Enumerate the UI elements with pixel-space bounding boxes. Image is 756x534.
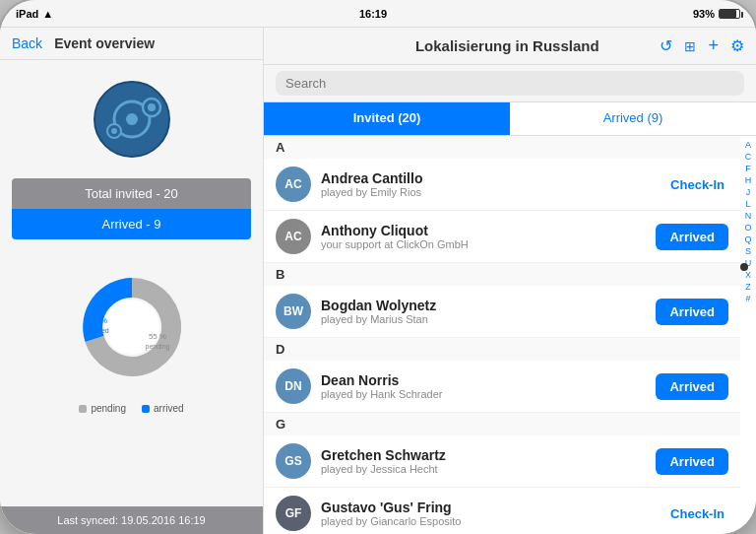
guest-name: Gustavo 'Gus' Fring [321,500,657,515]
svg-point-4 [148,103,156,111]
alpha-o[interactable]: O [744,223,751,233]
section-b: B [264,263,740,286]
svg-point-2 [126,113,138,125]
battery-percent: 93% [693,8,715,20]
arrived-button[interactable]: Arrived [656,224,728,250]
battery-icon [719,9,740,19]
guest-items: A AC Andrea Cantillo played by Emily Rio… [264,136,740,534]
svg-point-6 [111,128,117,134]
status-right: 93% [693,8,740,20]
status-left: iPad ▲ [16,8,53,20]
legend-arrived: arrived [142,403,184,414]
alpha-a[interactable]: A [745,140,751,150]
guest-sub: played by Giancarlo Esposito [321,515,657,527]
arrived-label: arrived [154,403,184,414]
avatar: DN [276,368,311,404]
guest-sub: played by Emily Rios [321,186,657,198]
guest-sub: played by Hank Schrader [321,388,646,400]
alpha-z[interactable]: Z [745,282,751,292]
legend-area: pending arrived [0,399,263,422]
total-invited: Total invited - 20 [12,178,251,209]
stats-area: Total invited - 20 Arrived - 9 [0,178,263,255]
left-header: Back Event overview [0,28,263,60]
table-row: AC Anthony Cliquot your support at Click… [264,211,740,263]
guest-info: Andrea Cantillo played by Emily Rios [321,170,657,198]
guest-info: Anthony Cliquot your support at ClickOn … [321,223,646,250]
alpha-x[interactable]: X [745,270,751,280]
avatar: AC [276,167,311,202]
alpha-index: A C F H J L N O Q S U X Z # [740,136,756,534]
event-logo [93,80,171,159]
section-d: D [264,338,740,361]
panel-title: Event overview [54,35,155,51]
pending-dot [79,405,87,413]
status-time: 16:19 [53,8,693,20]
add-icon[interactable]: + [708,35,719,56]
guest-sub: played by Marius Stan [321,313,646,325]
arrived-button[interactable]: Arrived [656,373,728,400]
svg-text:55 %: 55 % [148,332,165,341]
arrived-button[interactable]: Arrived [656,299,728,325]
device-label: iPad [16,8,38,20]
table-row: GF Gustavo 'Gus' Fring played by Giancar… [264,488,740,534]
left-panel: Back Event overview Total invited - 20 A… [0,28,264,534]
scroll-indicator [740,263,748,271]
table-row: AC Andrea Cantillo played by Emily Rios … [264,159,740,211]
grid-icon[interactable]: ⊞ [684,38,696,54]
right-panel: Lokalisierung in Russland ↺ ⊞ + ⚙ Invite… [264,28,756,534]
table-row: BW Bogdan Wolynetz played by Marius Stan… [264,286,740,338]
avatar: GS [276,443,311,479]
section-g: G [264,413,740,435]
table-row: GS Gretchen Schwartz played by Jessica H… [264,435,740,488]
guest-info: Dean Norris played by Hank Schrader [321,372,646,400]
alpha-hash[interactable]: # [745,294,750,303]
guest-name: Andrea Cantillo [321,170,657,186]
guest-info: Gustavo 'Gus' Fring played by Giancarlo … [321,500,657,527]
table-row: DN Dean Norris played by Hank Schrader A… [264,361,740,413]
checkin-button[interactable]: Check-In [666,501,728,527]
guest-info: Gretchen Schwartz played by Jessica Hech… [321,447,646,475]
right-header: Lokalisierung in Russland ↺ ⊞ + ⚙ [264,28,756,65]
svg-text:pending: pending [145,343,169,351]
header-icons: ↺ ⊞ + ⚙ [660,35,744,56]
alpha-f[interactable]: F [745,164,751,173]
checkin-button[interactable]: Check-In [666,171,728,198]
section-a: A [264,136,740,159]
search-input[interactable] [276,71,744,96]
ipad-frame: iPad ▲ 16:19 93% Back Event overview [0,0,756,534]
alpha-l[interactable]: L [745,199,750,209]
refresh-icon[interactable]: ↺ [660,36,672,55]
pending-label: pending [91,403,126,414]
arrived-button[interactable]: Arrived [656,448,728,475]
avatar: GF [276,496,311,531]
tab-bar: Invited (20) Arrived (9) [264,102,756,136]
svg-text:arrived: arrived [88,327,109,334]
alpha-n[interactable]: N [745,211,752,221]
guest-name: Bogdan Wolynetz [321,298,646,313]
avatar: BW [276,294,311,329]
alpha-c[interactable]: C [745,152,752,162]
status-bar: iPad ▲ 16:19 93% [0,0,756,28]
arrived-dot [142,405,150,413]
alpha-s[interactable]: S [745,246,751,256]
back-button[interactable]: Back [12,35,42,51]
guest-list: A AC Andrea Cantillo played by Emily Rio… [264,136,756,534]
guest-sub: played by Jessica Hecht [321,463,646,475]
guest-name: Anthony Cliquot [321,223,646,238]
guest-info: Bogdan Wolynetz played by Marius Stan [321,298,646,325]
alpha-h[interactable]: H [745,175,752,185]
event-title: Lokalisierung in Russland [354,37,660,54]
tab-invited[interactable]: Invited (20) [264,102,510,135]
avatar: AC [276,219,311,254]
arrived-count: Arrived - 9 [12,209,251,239]
tab-arrived[interactable]: Arrived (9) [510,102,756,135]
guest-sub: your support at ClickOn GmbH [321,238,646,250]
wifi-icon: ▲ [42,8,53,20]
logo-area [0,60,263,178]
guest-name: Dean Norris [321,372,646,388]
alpha-q[interactable]: Q [744,234,751,244]
settings-icon[interactable]: ⚙ [730,36,744,55]
search-bar [264,65,756,102]
alpha-j[interactable]: J [746,187,751,197]
main-content: Back Event overview Total invited - 20 A… [0,28,756,534]
